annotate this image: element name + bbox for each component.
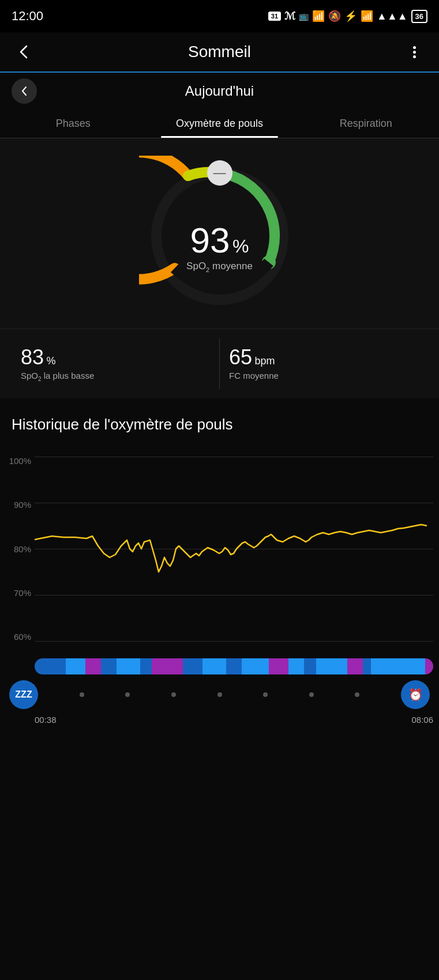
top-bar: Sommeil xyxy=(0,32,439,73)
status-bar: 12:00 31 ℳ 📺 📶 🔕 ⚡ 📶 ▲▲▲ 36 xyxy=(0,0,439,32)
page-title: Sommeil xyxy=(188,43,251,61)
signal-icon: ▲▲▲ xyxy=(377,10,407,22)
chart-container: 100% 90% 80% 70% 60% xyxy=(0,451,439,736)
time-end-label: 08:06 xyxy=(411,715,433,725)
current-date: Aujourd'hui xyxy=(185,83,254,99)
bottom-nav-row: ZZZ ⏰ xyxy=(0,674,439,715)
tab-phases[interactable]: Phases xyxy=(0,111,147,138)
time-start-label: 00:38 xyxy=(35,715,57,725)
sleep-light-4 xyxy=(242,658,269,674)
nav-dot-4 xyxy=(217,692,222,697)
status-time: 12:00 xyxy=(12,9,43,24)
stat-spo2-low: 83 % SpO2 la plus basse xyxy=(12,338,220,389)
stats-row: 83 % SpO2 la plus basse 65 bpm FC moyenn… xyxy=(0,329,439,398)
stat-spo2-low-label: SpO2 la plus basse xyxy=(21,371,210,382)
gauge-center: 93 % SpO2 moyenne xyxy=(186,211,253,273)
alarm-icon: ⏰ xyxy=(401,680,430,709)
sleep-light-1 xyxy=(66,658,85,674)
sleep-deep-3 xyxy=(140,658,152,674)
stat-fc-avg: 65 bpm FC moyenne xyxy=(220,338,427,389)
sleep-rem-4 xyxy=(347,658,363,674)
sleep-deep-2 xyxy=(101,658,117,674)
gauge-label: SpO2 moyenne xyxy=(186,261,253,273)
gauge-top-indicator: — xyxy=(207,160,232,186)
nav-dot-1 xyxy=(80,692,84,697)
gauge-value: 93 xyxy=(190,220,230,260)
sleep-rem-1 xyxy=(85,658,101,674)
sleep-deep-1 xyxy=(35,658,66,674)
grid-line-60 xyxy=(35,641,433,642)
nav-dot-6 xyxy=(309,692,314,697)
sleep-deep-5 xyxy=(226,658,242,674)
chart-svg xyxy=(35,457,427,641)
mute-icon: 🔕 xyxy=(328,10,341,22)
chart-y-axis: 100% 90% 80% 70% 60% xyxy=(0,457,31,653)
nav-dot-7 xyxy=(355,692,359,697)
nav-dot-5 xyxy=(263,692,268,697)
history-title: Historique de l'oxymètre de pouls xyxy=(12,416,427,434)
sleep-light-5 xyxy=(288,658,304,674)
y-label-80: 80% xyxy=(0,545,31,553)
sleep-deep-6 xyxy=(304,658,316,674)
stat-fc-avg-label: FC moyenne xyxy=(229,371,418,380)
stat-fc-avg-unit: bpm xyxy=(255,355,275,367)
sleep-deep-4 xyxy=(183,658,202,674)
tab-respiration[interactable]: Respiration xyxy=(292,111,439,138)
nav-dot-3 xyxy=(171,692,176,697)
y-label-100: 100% xyxy=(0,457,31,465)
battery-indicator: 36 xyxy=(411,10,427,23)
sleep-rem-2 xyxy=(152,658,183,674)
prev-date-button[interactable] xyxy=(12,78,37,104)
gauge-section: — 93 % SpO2 moyenne xyxy=(0,138,439,329)
time-labels-row: 00:38 08:06 xyxy=(0,715,439,736)
history-section: Historique de l'oxymètre de pouls xyxy=(0,398,439,451)
sleep-bar xyxy=(35,658,433,674)
back-button[interactable] xyxy=(12,39,37,65)
sleep-rem-5 xyxy=(425,658,433,674)
sleep-light-7 xyxy=(371,658,426,674)
sleep-light-6 xyxy=(316,658,347,674)
spo2-gauge: — 93 % SpO2 moyenne xyxy=(139,156,301,317)
sleep-bar-container xyxy=(0,653,439,674)
nfc-icon: 📶 xyxy=(312,10,325,22)
stat-spo2-low-value: 83 xyxy=(21,345,44,369)
more-options-button[interactable] xyxy=(402,39,427,65)
sleep-light-3 xyxy=(202,658,226,674)
tab-oxymetre[interactable]: Oxymètre de pouls xyxy=(147,111,293,138)
sleep-start-icon: ZZZ xyxy=(9,680,38,709)
gauge-unit: % xyxy=(232,236,249,257)
y-label-90: 90% xyxy=(0,500,31,509)
tabs-container: Phases Oxymètre de pouls Respiration xyxy=(0,105,439,138)
stat-fc-avg-value: 65 xyxy=(229,345,252,369)
sleep-deep-7 xyxy=(363,658,371,674)
y-label-60: 60% xyxy=(0,632,31,641)
chart-inner: 100% 90% 80% 70% 60% xyxy=(0,457,439,653)
stat-spo2-low-unit: % xyxy=(47,355,56,367)
status-icons: 31 ℳ 📺 📶 🔕 ⚡ 📶 ▲▲▲ 36 xyxy=(268,10,427,23)
twitch-icon: 📺 xyxy=(299,12,309,21)
calendar-icon: 31 xyxy=(268,12,281,21)
sleep-light-2 xyxy=(117,658,140,674)
nav-dot-2 xyxy=(125,692,130,697)
sleep-rem-3 xyxy=(269,658,288,674)
bluetooth-icon: ⚡ xyxy=(344,10,357,22)
m-icon: ℳ xyxy=(284,10,295,22)
wifi-icon: 📶 xyxy=(361,10,373,22)
y-label-70: 70% xyxy=(0,589,31,597)
